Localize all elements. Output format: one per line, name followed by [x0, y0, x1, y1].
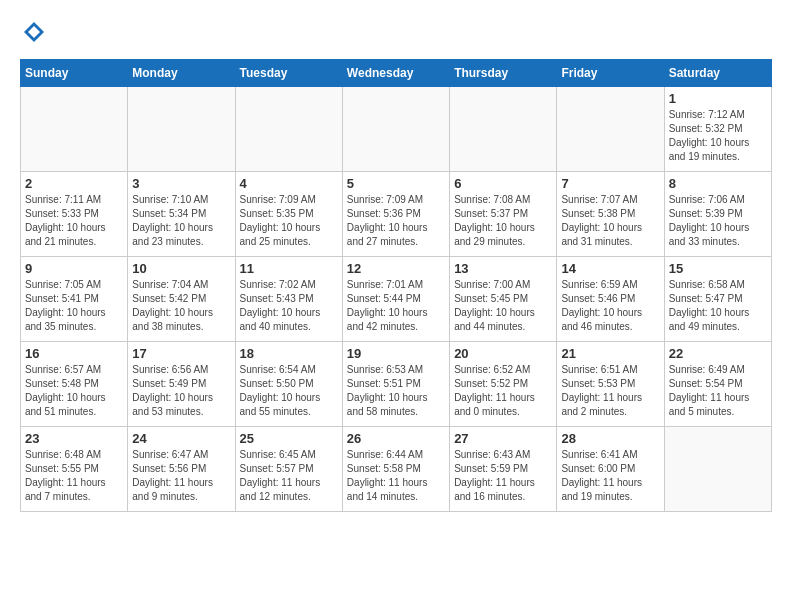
- day-info: Sunrise: 6:52 AM Sunset: 5:52 PM Dayligh…: [454, 363, 552, 419]
- calendar-day-cell: [235, 87, 342, 172]
- day-number: 23: [25, 431, 123, 446]
- day-number: 9: [25, 261, 123, 276]
- day-info: Sunrise: 7:09 AM Sunset: 5:35 PM Dayligh…: [240, 193, 338, 249]
- day-info: Sunrise: 6:44 AM Sunset: 5:58 PM Dayligh…: [347, 448, 445, 504]
- day-number: 10: [132, 261, 230, 276]
- calendar-day-cell: 28Sunrise: 6:41 AM Sunset: 6:00 PM Dayli…: [557, 427, 664, 512]
- day-number: 15: [669, 261, 767, 276]
- calendar-day-cell: 4Sunrise: 7:09 AM Sunset: 5:35 PM Daylig…: [235, 172, 342, 257]
- day-info: Sunrise: 6:56 AM Sunset: 5:49 PM Dayligh…: [132, 363, 230, 419]
- day-number: 27: [454, 431, 552, 446]
- day-info: Sunrise: 6:59 AM Sunset: 5:46 PM Dayligh…: [561, 278, 659, 334]
- calendar-day-cell: 25Sunrise: 6:45 AM Sunset: 5:57 PM Dayli…: [235, 427, 342, 512]
- calendar-day-cell: 12Sunrise: 7:01 AM Sunset: 5:44 PM Dayli…: [342, 257, 449, 342]
- calendar-day-cell: 6Sunrise: 7:08 AM Sunset: 5:37 PM Daylig…: [450, 172, 557, 257]
- calendar-day-cell: [450, 87, 557, 172]
- day-info: Sunrise: 7:06 AM Sunset: 5:39 PM Dayligh…: [669, 193, 767, 249]
- day-info: Sunrise: 7:12 AM Sunset: 5:32 PM Dayligh…: [669, 108, 767, 164]
- calendar-day-cell: 17Sunrise: 6:56 AM Sunset: 5:49 PM Dayli…: [128, 342, 235, 427]
- calendar-day-cell: [342, 87, 449, 172]
- calendar-day-cell: 10Sunrise: 7:04 AM Sunset: 5:42 PM Dayli…: [128, 257, 235, 342]
- day-info: Sunrise: 7:08 AM Sunset: 5:37 PM Dayligh…: [454, 193, 552, 249]
- calendar-day-cell: 16Sunrise: 6:57 AM Sunset: 5:48 PM Dayli…: [21, 342, 128, 427]
- day-of-week-header: Tuesday: [235, 60, 342, 87]
- calendar-week-row: 2Sunrise: 7:11 AM Sunset: 5:33 PM Daylig…: [21, 172, 772, 257]
- calendar-header-row: SundayMondayTuesdayWednesdayThursdayFrid…: [21, 60, 772, 87]
- calendar-day-cell: 8Sunrise: 7:06 AM Sunset: 5:39 PM Daylig…: [664, 172, 771, 257]
- day-info: Sunrise: 6:47 AM Sunset: 5:56 PM Dayligh…: [132, 448, 230, 504]
- day-info: Sunrise: 7:09 AM Sunset: 5:36 PM Dayligh…: [347, 193, 445, 249]
- calendar-day-cell: 22Sunrise: 6:49 AM Sunset: 5:54 PM Dayli…: [664, 342, 771, 427]
- calendar-week-row: 9Sunrise: 7:05 AM Sunset: 5:41 PM Daylig…: [21, 257, 772, 342]
- day-info: Sunrise: 6:49 AM Sunset: 5:54 PM Dayligh…: [669, 363, 767, 419]
- day-number: 4: [240, 176, 338, 191]
- day-number: 18: [240, 346, 338, 361]
- day-number: 7: [561, 176, 659, 191]
- day-of-week-header: Friday: [557, 60, 664, 87]
- day-info: Sunrise: 6:51 AM Sunset: 5:53 PM Dayligh…: [561, 363, 659, 419]
- calendar-day-cell: 13Sunrise: 7:00 AM Sunset: 5:45 PM Dayli…: [450, 257, 557, 342]
- logo: [20, 20, 46, 49]
- day-info: Sunrise: 6:43 AM Sunset: 5:59 PM Dayligh…: [454, 448, 552, 504]
- calendar-day-cell: 3Sunrise: 7:10 AM Sunset: 5:34 PM Daylig…: [128, 172, 235, 257]
- calendar-day-cell: 11Sunrise: 7:02 AM Sunset: 5:43 PM Dayli…: [235, 257, 342, 342]
- day-number: 19: [347, 346, 445, 361]
- calendar-day-cell: 21Sunrise: 6:51 AM Sunset: 5:53 PM Dayli…: [557, 342, 664, 427]
- day-number: 17: [132, 346, 230, 361]
- day-number: 8: [669, 176, 767, 191]
- calendar-day-cell: 18Sunrise: 6:54 AM Sunset: 5:50 PM Dayli…: [235, 342, 342, 427]
- calendar-day-cell: 23Sunrise: 6:48 AM Sunset: 5:55 PM Dayli…: [21, 427, 128, 512]
- calendar-week-row: 1Sunrise: 7:12 AM Sunset: 5:32 PM Daylig…: [21, 87, 772, 172]
- day-number: 12: [347, 261, 445, 276]
- day-info: Sunrise: 7:04 AM Sunset: 5:42 PM Dayligh…: [132, 278, 230, 334]
- day-of-week-header: Wednesday: [342, 60, 449, 87]
- calendar-day-cell: [128, 87, 235, 172]
- day-info: Sunrise: 7:02 AM Sunset: 5:43 PM Dayligh…: [240, 278, 338, 334]
- day-info: Sunrise: 7:07 AM Sunset: 5:38 PM Dayligh…: [561, 193, 659, 249]
- day-info: Sunrise: 6:53 AM Sunset: 5:51 PM Dayligh…: [347, 363, 445, 419]
- day-info: Sunrise: 7:00 AM Sunset: 5:45 PM Dayligh…: [454, 278, 552, 334]
- day-number: 24: [132, 431, 230, 446]
- day-number: 5: [347, 176, 445, 191]
- day-info: Sunrise: 7:11 AM Sunset: 5:33 PM Dayligh…: [25, 193, 123, 249]
- day-number: 22: [669, 346, 767, 361]
- day-info: Sunrise: 6:58 AM Sunset: 5:47 PM Dayligh…: [669, 278, 767, 334]
- page-header: [20, 20, 772, 49]
- day-of-week-header: Monday: [128, 60, 235, 87]
- day-number: 20: [454, 346, 552, 361]
- day-number: 13: [454, 261, 552, 276]
- calendar-day-cell: 20Sunrise: 6:52 AM Sunset: 5:52 PM Dayli…: [450, 342, 557, 427]
- day-info: Sunrise: 7:10 AM Sunset: 5:34 PM Dayligh…: [132, 193, 230, 249]
- calendar-day-cell: 26Sunrise: 6:44 AM Sunset: 5:58 PM Dayli…: [342, 427, 449, 512]
- calendar-day-cell: 2Sunrise: 7:11 AM Sunset: 5:33 PM Daylig…: [21, 172, 128, 257]
- calendar-table: SundayMondayTuesdayWednesdayThursdayFrid…: [20, 59, 772, 512]
- calendar-day-cell: 9Sunrise: 7:05 AM Sunset: 5:41 PM Daylig…: [21, 257, 128, 342]
- day-number: 2: [25, 176, 123, 191]
- calendar-day-cell: 14Sunrise: 6:59 AM Sunset: 5:46 PM Dayli…: [557, 257, 664, 342]
- day-number: 11: [240, 261, 338, 276]
- day-number: 16: [25, 346, 123, 361]
- day-info: Sunrise: 6:48 AM Sunset: 5:55 PM Dayligh…: [25, 448, 123, 504]
- day-of-week-header: Thursday: [450, 60, 557, 87]
- day-info: Sunrise: 7:01 AM Sunset: 5:44 PM Dayligh…: [347, 278, 445, 334]
- day-info: Sunrise: 6:57 AM Sunset: 5:48 PM Dayligh…: [25, 363, 123, 419]
- day-number: 1: [669, 91, 767, 106]
- calendar-day-cell: 5Sunrise: 7:09 AM Sunset: 5:36 PM Daylig…: [342, 172, 449, 257]
- calendar-day-cell: 15Sunrise: 6:58 AM Sunset: 5:47 PM Dayli…: [664, 257, 771, 342]
- day-number: 28: [561, 431, 659, 446]
- day-of-week-header: Sunday: [21, 60, 128, 87]
- day-info: Sunrise: 6:54 AM Sunset: 5:50 PM Dayligh…: [240, 363, 338, 419]
- day-info: Sunrise: 7:05 AM Sunset: 5:41 PM Dayligh…: [25, 278, 123, 334]
- calendar-day-cell: 1Sunrise: 7:12 AM Sunset: 5:32 PM Daylig…: [664, 87, 771, 172]
- calendar-day-cell: [664, 427, 771, 512]
- calendar-day-cell: 19Sunrise: 6:53 AM Sunset: 5:51 PM Dayli…: [342, 342, 449, 427]
- calendar-day-cell: 27Sunrise: 6:43 AM Sunset: 5:59 PM Dayli…: [450, 427, 557, 512]
- logo-icon: [22, 20, 46, 44]
- day-info: Sunrise: 6:45 AM Sunset: 5:57 PM Dayligh…: [240, 448, 338, 504]
- day-number: 3: [132, 176, 230, 191]
- calendar-day-cell: 7Sunrise: 7:07 AM Sunset: 5:38 PM Daylig…: [557, 172, 664, 257]
- day-of-week-header: Saturday: [664, 60, 771, 87]
- calendar-week-row: 16Sunrise: 6:57 AM Sunset: 5:48 PM Dayli…: [21, 342, 772, 427]
- calendar-day-cell: 24Sunrise: 6:47 AM Sunset: 5:56 PM Dayli…: [128, 427, 235, 512]
- calendar-day-cell: [21, 87, 128, 172]
